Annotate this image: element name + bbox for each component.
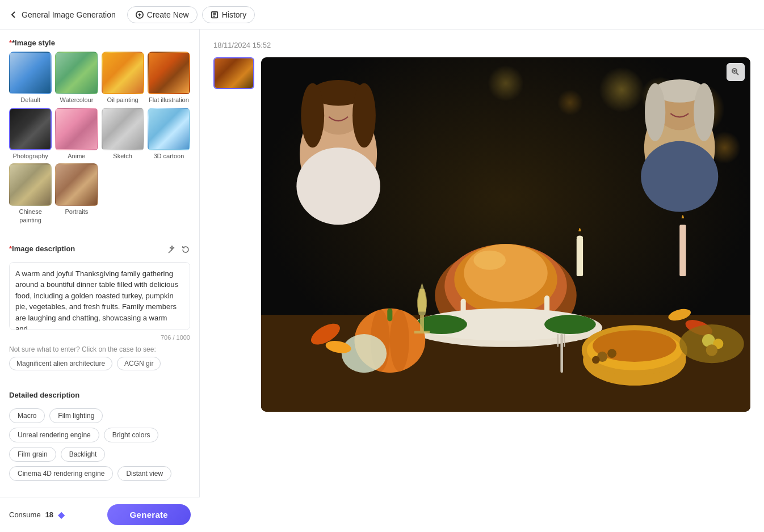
history-icon bbox=[211, 11, 219, 19]
svg-point-8 bbox=[488, 65, 524, 102]
svg-point-33 bbox=[577, 236, 583, 240]
style-item-oil_painting[interactable]: Oil painting bbox=[102, 52, 144, 104]
svg-point-7 bbox=[557, 90, 583, 115]
detailed-description-section: Detailed description Macro Film lighting… bbox=[9, 391, 190, 481]
image-desc-label: *Image description bbox=[9, 244, 75, 253]
svg-point-54 bbox=[645, 83, 665, 141]
style-item-3d_cartoon[interactable]: 3D cartoon bbox=[148, 108, 190, 161]
style-item-watercolour[interactable]: Watercolour bbox=[55, 52, 98, 104]
svg-rect-26 bbox=[387, 309, 392, 322]
svg-rect-35 bbox=[420, 315, 424, 331]
svg-point-69 bbox=[592, 356, 600, 364]
style-grid: Default Watercolour Oil painting Flat il… bbox=[9, 52, 190, 224]
style-item-portraits[interactable]: Portraits bbox=[55, 163, 98, 224]
svg-point-49 bbox=[352, 83, 376, 147]
svg-point-55 bbox=[694, 83, 714, 141]
svg-point-50 bbox=[296, 147, 380, 225]
left-panel: **Image style Default Watercolour Oil pa… bbox=[0, 29, 200, 532]
tag-bright-colors[interactable]: Bright colors bbox=[104, 428, 159, 442]
svg-rect-71 bbox=[557, 334, 559, 347]
image-gallery: may this thanksgiving bring borvet fove,… bbox=[213, 57, 750, 412]
tags-row-3: Film grain Backlight bbox=[9, 447, 190, 462]
history-button[interactable]: History bbox=[202, 6, 255, 23]
svg-point-27 bbox=[342, 334, 387, 373]
svg-point-6 bbox=[599, 67, 644, 112]
right-panel: 18/11/2024 15:52 bbox=[200, 29, 764, 532]
tag-backlight[interactable]: Backlight bbox=[61, 447, 106, 462]
app-title: General Image Generation bbox=[22, 10, 116, 19]
consume-amount: 18 bbox=[45, 510, 53, 519]
hint-chip-1[interactable]: Magnificent alien architecture bbox=[9, 357, 112, 370]
style-name-watercolour: Watercolour bbox=[60, 96, 93, 104]
tags-row-4: Cinema 4D rendering engine Distant view bbox=[9, 466, 190, 481]
generate-footer: Consume 18 ◆ Generate bbox=[0, 497, 200, 532]
thumbnail-strip bbox=[213, 57, 254, 89]
style-name-default: Default bbox=[20, 96, 40, 104]
main-image: may this thanksgiving bring borvet fove,… bbox=[261, 57, 750, 412]
style-item-default[interactable]: Default bbox=[9, 52, 52, 104]
create-new-button[interactable]: Create New bbox=[127, 6, 198, 23]
svg-rect-34 bbox=[679, 225, 686, 276]
desc-icon-group bbox=[167, 245, 190, 256]
tag-macro[interactable]: Macro bbox=[9, 408, 45, 423]
svg-point-48 bbox=[301, 83, 324, 147]
back-icon bbox=[9, 10, 18, 19]
consume-info: Consume 18 ◆ bbox=[9, 509, 65, 520]
style-name-sketch: Sketch bbox=[113, 152, 132, 160]
style-item-sketch[interactable]: Sketch bbox=[102, 108, 144, 161]
style-name-chinese_painting: Chinese painting bbox=[9, 208, 52, 224]
tag-unreal[interactable]: Unreal rendering engine bbox=[9, 428, 99, 442]
generate-button[interactable]: Generate bbox=[107, 504, 191, 525]
tag-distant-view[interactable]: Distant view bbox=[117, 466, 171, 481]
svg-point-15 bbox=[473, 251, 506, 270]
style-item-chinese_painting[interactable]: Chinese painting bbox=[9, 163, 52, 224]
style-item-anime[interactable]: Anime bbox=[55, 108, 98, 161]
style-name-photography: Photography bbox=[12, 152, 48, 160]
style-item-flat_illustration[interactable]: Flat illustration bbox=[148, 52, 190, 104]
consume-label: Consume bbox=[9, 510, 41, 519]
back-button[interactable]: General Image Generation bbox=[9, 10, 116, 19]
hint-chip-2[interactable]: ACGN gir bbox=[117, 357, 161, 370]
style-item-photography[interactable]: Photography bbox=[9, 108, 52, 161]
description-textarea[interactable]: A warm and joyful Thanksgiving family ga… bbox=[9, 262, 190, 330]
svg-point-25 bbox=[390, 310, 409, 371]
hint-text: Not sure what to enter? Click on the cas… bbox=[9, 345, 190, 353]
tag-film-grain[interactable]: Film grain bbox=[9, 447, 56, 462]
svg-rect-32 bbox=[577, 238, 583, 276]
image-style-section: **Image style Default Watercolour Oil pa… bbox=[9, 39, 190, 224]
hint-chips: Magnificent alien architecture ACGN gir bbox=[9, 357, 190, 370]
tags-row-2: Unreal rendering engine Bright colors bbox=[9, 428, 190, 442]
desc-header: *Image description bbox=[9, 244, 190, 257]
style-name-3d_cartoon: 3D cartoon bbox=[153, 152, 184, 160]
svg-rect-36 bbox=[414, 331, 430, 333]
svg-rect-72 bbox=[564, 334, 565, 347]
image-description-section: *Image description A warm and joyf bbox=[9, 244, 190, 370]
header: General Image Generation Create New Hist… bbox=[0, 0, 764, 29]
magic-wand-icon[interactable] bbox=[167, 245, 177, 256]
detailed-desc-label: Detailed description bbox=[9, 391, 190, 399]
svg-point-14 bbox=[464, 244, 547, 302]
diamond-icon: ◆ bbox=[58, 509, 65, 520]
main-image-container: may this thanksgiving bring borvet fove,… bbox=[261, 57, 750, 412]
tags-row-1: Macro Film lighting bbox=[9, 408, 190, 423]
timestamp: 18/11/2024 15:52 bbox=[213, 41, 750, 49]
svg-point-22 bbox=[544, 315, 596, 334]
style-name-anime: Anime bbox=[68, 152, 85, 160]
style-name-flat_illustration: Flat illustration bbox=[149, 96, 189, 104]
style-name-portraits: Portraits bbox=[65, 208, 88, 216]
tag-film-lighting[interactable]: Film lighting bbox=[49, 408, 103, 423]
refresh-icon[interactable] bbox=[181, 245, 190, 256]
zoom-button[interactable] bbox=[727, 63, 745, 81]
tag-cinema4d[interactable]: Cinema 4D rendering engine bbox=[9, 466, 113, 481]
history-label: History bbox=[222, 10, 247, 19]
create-new-label: Create New bbox=[147, 10, 189, 19]
plus-circle-icon bbox=[136, 11, 144, 19]
style-name-oil_painting: Oil painting bbox=[107, 96, 138, 104]
svg-point-68 bbox=[607, 349, 616, 358]
svg-rect-70 bbox=[560, 334, 563, 373]
svg-point-56 bbox=[641, 141, 718, 212]
thumbnail-1[interactable] bbox=[213, 57, 254, 89]
svg-point-44 bbox=[706, 344, 717, 356]
main-layout: **Image style Default Watercolour Oil pa… bbox=[0, 29, 764, 532]
scene-svg: may this thanksgiving bring borvet fove,… bbox=[261, 57, 750, 412]
